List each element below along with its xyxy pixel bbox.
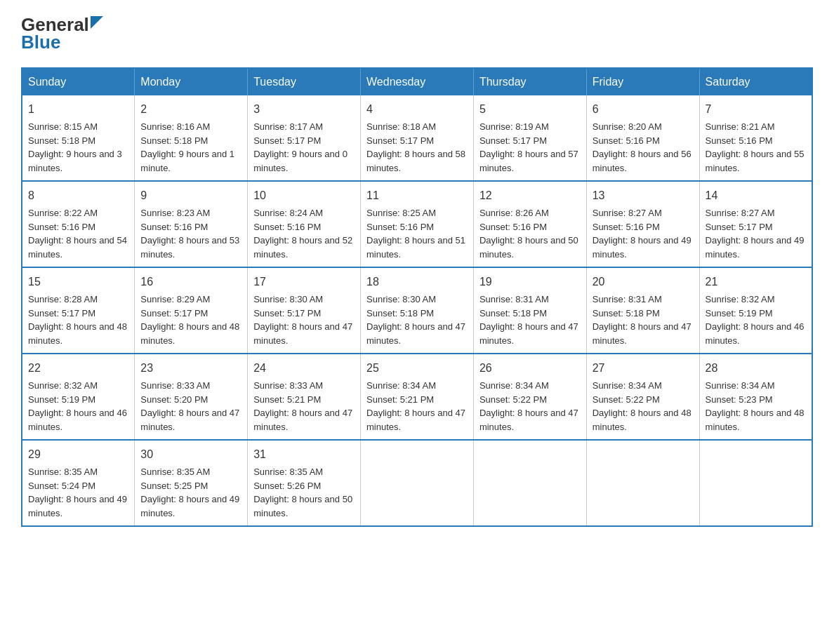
day-info: Sunrise: 8:34 AMSunset: 5:22 PMDaylight:… [593,380,691,432]
header-cell-tuesday: Tuesday [248,68,361,95]
header-cell-monday: Monday [135,68,248,95]
week-row-4: 22Sunrise: 8:32 AMSunset: 5:19 PMDayligh… [22,354,812,440]
day-number: 24 [253,360,355,377]
day-info: Sunrise: 8:35 AMSunset: 5:24 PMDaylight:… [28,467,127,518]
day-info: Sunrise: 8:27 AMSunset: 5:17 PMDaylight:… [706,208,805,260]
day-number: 10 [253,187,355,204]
header-cell-thursday: Thursday [473,68,586,95]
day-info: Sunrise: 8:25 AMSunset: 5:16 PMDaylight:… [366,208,465,260]
calendar-cell: 2Sunrise: 8:16 AMSunset: 5:18 PMDaylight… [135,95,248,181]
day-info: Sunrise: 8:34 AMSunset: 5:21 PMDaylight:… [366,380,465,432]
day-info: Sunrise: 8:28 AMSunset: 5:17 PMDaylight:… [28,294,127,346]
day-info: Sunrise: 8:34 AMSunset: 5:23 PMDaylight:… [706,380,805,432]
calendar-cell: 22Sunrise: 8:32 AMSunset: 5:19 PMDayligh… [22,354,135,440]
day-info: Sunrise: 8:21 AMSunset: 5:16 PMDaylight:… [706,121,805,173]
day-info: Sunrise: 8:24 AMSunset: 5:16 PMDaylight:… [253,208,352,260]
header-cell-saturday: Saturday [699,68,812,95]
calendar-cell: 7Sunrise: 8:21 AMSunset: 5:16 PMDaylight… [699,95,812,181]
calendar-cell: 21Sunrise: 8:32 AMSunset: 5:19 PMDayligh… [699,267,812,354]
day-number: 27 [593,360,694,377]
calendar-cell: 13Sunrise: 8:27 AMSunset: 5:16 PMDayligh… [586,181,699,267]
day-number: 1 [28,101,128,118]
day-info: Sunrise: 8:33 AMSunset: 5:21 PMDaylight:… [253,380,352,432]
day-info: Sunrise: 8:20 AMSunset: 5:16 PMDaylight:… [593,121,691,173]
calendar-cell: 30Sunrise: 8:35 AMSunset: 5:25 PMDayligh… [135,440,248,526]
day-info: Sunrise: 8:18 AMSunset: 5:17 PMDaylight:… [366,121,465,173]
calendar-cell: 20Sunrise: 8:31 AMSunset: 5:18 PMDayligh… [586,267,699,354]
day-number: 2 [140,101,241,118]
calendar-cell: 12Sunrise: 8:26 AMSunset: 5:16 PMDayligh… [473,181,586,267]
day-number: 16 [140,274,241,290]
day-number: 9 [140,187,241,204]
calendar-cell: 14Sunrise: 8:27 AMSunset: 5:17 PMDayligh… [699,181,812,267]
calendar-cell: 31Sunrise: 8:35 AMSunset: 5:26 PMDayligh… [248,440,361,526]
week-row-5: 29Sunrise: 8:35 AMSunset: 5:24 PMDayligh… [22,440,812,526]
header-row: SundayMondayTuesdayWednesdayThursdayFrid… [22,68,812,95]
calendar-cell [361,440,474,526]
calendar-cell: 8Sunrise: 8:22 AMSunset: 5:16 PMDaylight… [22,181,135,267]
calendar-cell: 24Sunrise: 8:33 AMSunset: 5:21 PMDayligh… [248,354,361,440]
calendar-cell: 17Sunrise: 8:30 AMSunset: 5:17 PMDayligh… [248,267,361,354]
day-number: 15 [28,274,128,290]
day-number: 30 [140,446,241,463]
day-info: Sunrise: 8:34 AMSunset: 5:22 PMDaylight:… [479,380,578,432]
day-info: Sunrise: 8:31 AMSunset: 5:18 PMDaylight:… [593,294,691,346]
day-number: 23 [140,360,241,377]
day-info: Sunrise: 8:31 AMSunset: 5:18 PMDaylight:… [479,294,578,346]
calendar-cell: 6Sunrise: 8:20 AMSunset: 5:16 PMDaylight… [586,95,699,181]
calendar-cell [473,440,586,526]
day-info: Sunrise: 8:32 AMSunset: 5:19 PMDaylight:… [28,380,127,432]
day-number: 13 [593,187,694,204]
day-info: Sunrise: 8:19 AMSunset: 5:17 PMDaylight:… [479,121,578,173]
day-number: 7 [706,101,806,118]
day-info: Sunrise: 8:23 AMSunset: 5:16 PMDaylight:… [140,208,239,260]
header: General Blue [21,14,813,53]
day-number: 8 [28,187,128,204]
calendar-table: SundayMondayTuesdayWednesdayThursdayFrid… [21,67,813,527]
day-info: Sunrise: 8:32 AMSunset: 5:19 PMDaylight:… [706,294,805,346]
day-number: 29 [28,446,128,463]
day-number: 6 [593,101,694,118]
header-cell-sunday: Sunday [22,68,135,95]
day-info: Sunrise: 8:16 AMSunset: 5:18 PMDaylight:… [140,121,234,173]
calendar-cell: 25Sunrise: 8:34 AMSunset: 5:21 PMDayligh… [361,354,474,440]
day-number: 28 [706,360,806,377]
calendar-cell [586,440,699,526]
day-info: Sunrise: 8:30 AMSunset: 5:18 PMDaylight:… [366,294,465,346]
calendar-cell: 3Sunrise: 8:17 AMSunset: 5:17 PMDaylight… [248,95,361,181]
calendar-cell: 4Sunrise: 8:18 AMSunset: 5:17 PMDaylight… [361,95,474,181]
logo: General Blue [21,14,103,53]
week-row-1: 1Sunrise: 8:15 AMSunset: 5:18 PMDaylight… [22,95,812,181]
day-info: Sunrise: 8:35 AMSunset: 5:26 PMDaylight:… [253,467,352,518]
day-number: 17 [253,274,355,290]
day-number: 5 [479,101,581,118]
calendar-cell: 11Sunrise: 8:25 AMSunset: 5:16 PMDayligh… [361,181,474,267]
day-number: 20 [593,274,694,290]
calendar-cell: 1Sunrise: 8:15 AMSunset: 5:18 PMDaylight… [22,95,135,181]
calendar-cell: 23Sunrise: 8:33 AMSunset: 5:20 PMDayligh… [135,354,248,440]
week-row-2: 8Sunrise: 8:22 AMSunset: 5:16 PMDaylight… [22,181,812,267]
day-number: 3 [253,101,355,118]
day-number: 11 [366,187,468,204]
calendar-cell: 26Sunrise: 8:34 AMSunset: 5:22 PMDayligh… [473,354,586,440]
day-info: Sunrise: 8:29 AMSunset: 5:17 PMDaylight:… [140,294,239,346]
day-number: 4 [366,101,468,118]
day-number: 14 [706,187,806,204]
calendar-cell: 29Sunrise: 8:35 AMSunset: 5:24 PMDayligh… [22,440,135,526]
day-info: Sunrise: 8:35 AMSunset: 5:25 PMDaylight:… [140,467,239,518]
week-row-3: 15Sunrise: 8:28 AMSunset: 5:17 PMDayligh… [22,267,812,354]
day-number: 12 [479,187,581,204]
logo-blue-text: Blue [21,32,60,53]
calendar-cell: 10Sunrise: 8:24 AMSunset: 5:16 PMDayligh… [248,181,361,267]
logo-arrow-icon [91,16,103,29]
day-number: 25 [366,360,468,377]
calendar-cell: 28Sunrise: 8:34 AMSunset: 5:23 PMDayligh… [699,354,812,440]
day-number: 21 [706,274,806,290]
calendar-cell [699,440,812,526]
day-info: Sunrise: 8:15 AMSunset: 5:18 PMDaylight:… [28,121,122,173]
day-number: 19 [479,274,581,290]
calendar-cell: 16Sunrise: 8:29 AMSunset: 5:17 PMDayligh… [135,267,248,354]
day-info: Sunrise: 8:33 AMSunset: 5:20 PMDaylight:… [140,380,239,432]
day-info: Sunrise: 8:26 AMSunset: 5:16 PMDaylight:… [479,208,578,260]
calendar-cell: 18Sunrise: 8:30 AMSunset: 5:18 PMDayligh… [361,267,474,354]
